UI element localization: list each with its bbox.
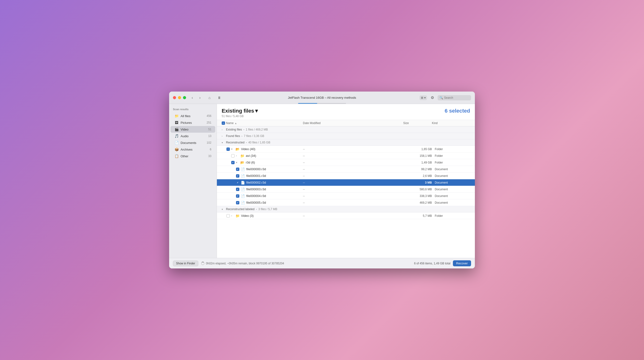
file-table: Name ▲ Date Modified Size Kind ›: [217, 120, 475, 258]
pause-button[interactable]: ⏸: [216, 94, 222, 101]
content-title-text: Existing files: [222, 108, 254, 114]
table-row-file1[interactable]: 📄 file000001.r3d -- 2,6 MB Document: [217, 173, 475, 179]
content-subtitle: 51 files / 5,48 GB: [222, 115, 258, 118]
table-row-file0[interactable]: 📄 file000000.r3d -- 99,2 MB Document: [217, 166, 475, 173]
folder-icon-video40: 📂: [236, 147, 240, 151]
date-column-label: Date Modified: [303, 121, 320, 125]
sidebar-item-all-files[interactable]: 📁 All files 456: [170, 113, 215, 119]
checkbox-file4[interactable]: [236, 194, 239, 198]
pictures-icon: 🖼: [174, 121, 179, 125]
back-button[interactable]: ‹: [189, 94, 196, 101]
traffic-lights: [173, 96, 186, 99]
section-found-meta: 7 files / 3,36 GB: [244, 134, 264, 138]
section-reconstructed-labeled[interactable]: ▾ Reconstructed labeled - 3 files / 5,7 …: [217, 206, 475, 212]
cell-size-file0: 99,2 MB: [403, 168, 432, 171]
checkbox-file1[interactable]: [236, 174, 239, 178]
expand-icon-r3d6[interactable]: ▾: [236, 161, 239, 164]
maximize-button[interactable]: [183, 96, 186, 99]
sidebar: Scan results 📁 All files 456 🖼 Pictures …: [169, 104, 217, 258]
table-row-file2[interactable]: 📄 file000002.r3d -- 3 MB Document: [217, 179, 475, 186]
search-input[interactable]: [444, 96, 469, 99]
selected-badge: 6 selected: [445, 108, 470, 114]
cell-kind-r3d6: Folder: [432, 161, 470, 164]
home-button[interactable]: ⌂: [206, 94, 213, 101]
forward-button[interactable]: ›: [196, 94, 203, 101]
sidebar-item-documents[interactable]: 📄 Documents 102: [170, 139, 215, 146]
table-header: Name ▲ Date Modified Size Kind: [217, 120, 475, 126]
status-right: 6 of 456 items, 1,49 GB total Recover: [414, 260, 471, 266]
checkbox-avi34[interactable]: [231, 154, 234, 158]
table-row-video-40[interactable]: ▾ 📂 Video (40) -- 1,65 GB Folder: [217, 146, 475, 153]
cell-date-r3d6: --: [303, 161, 403, 164]
header-date[interactable]: Date Modified: [303, 121, 403, 125]
filter-button[interactable]: ⚙: [429, 94, 436, 101]
sidebar-label-all-files: All files: [180, 114, 205, 118]
close-button[interactable]: [173, 96, 176, 99]
sidebar-count-documents: 102: [206, 141, 212, 144]
sidebar-item-audio[interactable]: 🎵 Audio 13: [170, 133, 215, 139]
checkbox-file0[interactable]: [236, 168, 239, 171]
cell-size-video3: 5,7 MB: [403, 214, 432, 218]
sidebar-item-archives[interactable]: 📦 Archives 6: [170, 146, 215, 153]
filename-avi34: avi (34): [246, 154, 256, 158]
doc-icon-file1: 📄: [241, 174, 245, 178]
section-reconstructed-meta: 40 files / 1,65 GB: [248, 141, 270, 144]
header-checkbox[interactable]: [222, 121, 225, 125]
expand-icon-video3[interactable]: ›: [231, 214, 234, 217]
header-kind[interactable]: Kind: [432, 121, 470, 125]
table-row-file5[interactable]: 📄 file000005.r3d -- 469,2 MB Document: [217, 199, 475, 206]
cell-size-video40: 1,65 GB: [403, 148, 432, 151]
cell-name-file5: 📄 file000005.r3d: [222, 201, 303, 205]
recover-button[interactable]: Recover: [453, 260, 471, 266]
window-title: JetFlash Transcend 16GB – All recovery m…: [288, 96, 356, 99]
expand-icon-video40[interactable]: ▾: [231, 148, 234, 150]
table-row-file3[interactable]: 📄 file000003.r3d -- 580,6 MB Document: [217, 186, 475, 193]
cell-size-file2: 3 MB: [403, 181, 432, 184]
view-toggle[interactable]: ⊞ ▾: [420, 95, 427, 100]
sidebar-item-pictures[interactable]: 🖼 Pictures 251: [170, 119, 215, 126]
checkbox-file5[interactable]: [236, 201, 239, 204]
header-size[interactable]: Size: [403, 121, 432, 125]
minimize-button[interactable]: [178, 96, 181, 99]
toolbar-right: ⊞ ▾ ⚙ 🔍: [420, 94, 471, 101]
section-reconstructed[interactable]: ▾ Reconstructed - 40 files / 1,65 GB: [217, 139, 475, 146]
filename-file4: file000004.r3d: [246, 194, 266, 198]
checkbox-file3[interactable]: [236, 188, 239, 191]
cell-kind-file2: Document: [432, 181, 470, 184]
checkbox-file2[interactable]: [236, 181, 239, 184]
section-rec-labeled-dash: -: [256, 207, 257, 211]
doc-icon-file4: 📄: [241, 194, 245, 198]
show-finder-button[interactable]: Show in Finder: [173, 261, 198, 266]
checkbox-video3[interactable]: [226, 214, 230, 218]
table-row-avi-34[interactable]: › 📁 avi (34) -- 158,1 MB Folder: [217, 153, 475, 159]
expand-icon-avi34[interactable]: ›: [236, 154, 239, 157]
sidebar-count-video: 51: [208, 128, 212, 131]
table-row-video-3[interactable]: › 📁 Video (3) -- 5,7 MB Folder: [217, 212, 475, 219]
section-existing-files[interactable]: › Existing files - 1 files / 469,2 MB: [217, 126, 475, 133]
cell-date-file1: --: [303, 174, 403, 178]
status-message: 0h02m elapsed, ~0h05m remain, block 9970…: [206, 262, 284, 265]
search-box: 🔍: [438, 95, 471, 100]
sidebar-item-video[interactable]: 🎬 Video 51: [170, 126, 215, 133]
sidebar-count-other: 33: [208, 154, 212, 158]
filename-r3d6: r3d (6): [246, 161, 255, 164]
name-column-label: Name: [226, 121, 234, 125]
content-title[interactable]: Existing files ▾: [222, 108, 258, 114]
sidebar-label-documents: Documents: [180, 141, 205, 145]
checkbox-video40[interactable]: [226, 148, 230, 151]
section-found-files[interactable]: › Found files - 7 files / 3,36 GB: [217, 133, 475, 139]
cell-name-video40: ▾ 📂 Video (40): [222, 147, 303, 151]
section-found-dash: -: [242, 134, 242, 138]
sidebar-label-audio: Audio: [180, 134, 206, 138]
table-row-file4[interactable]: 📄 file000004.r3d -- 338,3 MB Document: [217, 193, 475, 199]
chevron-down-icon: ▾: [424, 96, 426, 99]
video-icon: 🎬: [174, 127, 179, 132]
filename-video3: Video (3): [241, 214, 254, 218]
table-row-r3d-6[interactable]: ▾ 📂 r3d (6) -- 1,49 GB Folder: [217, 159, 475, 166]
header-name[interactable]: Name ▲: [222, 121, 303, 125]
cell-kind-file5: Document: [432, 201, 470, 204]
sidebar-item-other[interactable]: 📋 Other 33: [170, 153, 215, 159]
checkbox-r3d6[interactable]: [231, 161, 234, 164]
sidebar-count-all-files: 456: [206, 114, 212, 118]
cell-size-r3d6: 1,49 GB: [403, 161, 432, 164]
